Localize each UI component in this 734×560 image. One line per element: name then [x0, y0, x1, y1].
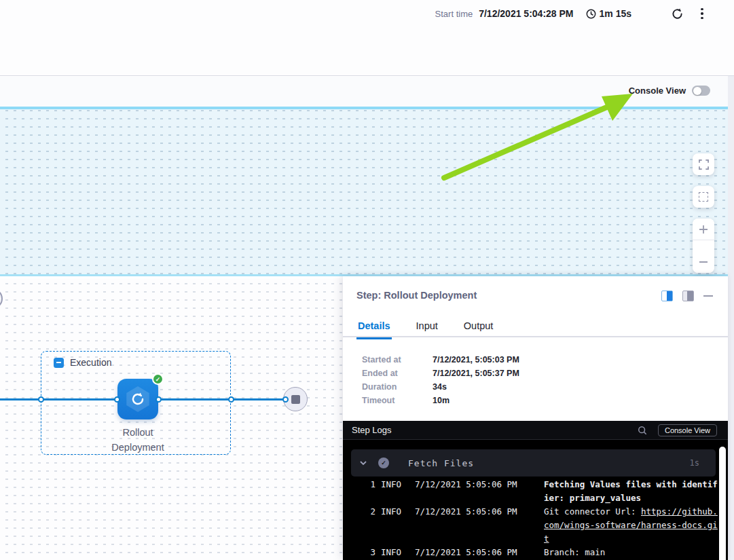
- collapse-group-button[interactable]: [54, 358, 64, 368]
- tab-output[interactable]: Output: [462, 314, 495, 337]
- log-row: 1 INFO 7/12/2021 5:05:06 PM Fetching Val…: [343, 478, 718, 505]
- step-details-panel: Step: Rollout Deployment Details Input O…: [343, 276, 728, 560]
- log-group-success-icon: ✓: [378, 458, 389, 468]
- log-message: Branch: main: [544, 546, 722, 559]
- rollout-deployment-node[interactable]: ✓: [117, 379, 158, 419]
- execution-graph-canvas[interactable]: [0, 278, 343, 560]
- toggle-knob: [693, 87, 701, 95]
- clock-icon: [586, 9, 596, 19]
- step-logs-area: ✓ Fetch Files 1s 1 INFO 7/12/2021 5:05:0…: [343, 440, 728, 560]
- console-view-toggle[interactable]: [692, 86, 710, 96]
- kebab-icon: [701, 8, 703, 11]
- step-details-list: Started at 7/12/2021, 5:05:03 PM Ended a…: [362, 353, 519, 407]
- stage-divider-line: [0, 107, 728, 109]
- refresh-icon: [671, 7, 684, 20]
- chevron-down-icon: [359, 459, 367, 467]
- log-scrollbar-thumb[interactable]: [719, 447, 726, 560]
- step-logs-title: Step Logs: [352, 425, 392, 435]
- logs-console-view-button[interactable]: Console View: [658, 424, 717, 436]
- detail-row: Ended at 7/12/2021, 5:05:37 PM: [362, 367, 519, 380]
- minus-icon: [698, 257, 709, 267]
- log-group-duration: 1s: [690, 458, 699, 468]
- tab-input[interactable]: Input: [415, 314, 439, 337]
- split-view-bottom-icon[interactable]: [682, 291, 694, 301]
- elapsed-duration: 1m 15s: [600, 8, 631, 19]
- refresh-button[interactable]: [671, 7, 684, 20]
- view-toolbar: Console View: [0, 77, 728, 107]
- search-icon[interactable]: [638, 426, 647, 435]
- detail-row: Started at 7/12/2021, 5:05:03 PM: [362, 353, 519, 367]
- execution-header-bar: Start time 7/12/2021 5:04:28 PM 1m 15s: [0, 0, 734, 76]
- tab-underline: [343, 336, 728, 338]
- stop-node[interactable]: [283, 387, 308, 411]
- fit-selection-button[interactable]: [693, 186, 714, 208]
- pipeline-execution-page: Start time 7/12/2021 5:04:28 PM 1m 15s C…: [0, 0, 734, 560]
- minus-icon: [56, 362, 61, 363]
- zoom-in-button[interactable]: [693, 219, 714, 240]
- start-time-label: Start time: [435, 9, 473, 19]
- step-logs-bar: Step Logs Console View: [343, 421, 728, 440]
- marquee-icon: [699, 192, 708, 202]
- detail-row: Duration 34s: [362, 380, 519, 394]
- log-message: Fetching Values files with identifier: p…: [544, 478, 722, 505]
- log-group-name: Fetch Files: [408, 458, 474, 468]
- stop-square-icon: [291, 395, 300, 404]
- log-row: 3 INFO 7/12/2021 5:05:06 PM Branch: main: [343, 546, 718, 559]
- log-group-header[interactable]: ✓ Fetch Files 1s: [351, 449, 716, 477]
- log-row: 2 INFO 7/12/2021 5:05:06 PM Git connecto…: [343, 505, 718, 546]
- tab-details[interactable]: Details: [356, 314, 392, 337]
- split-view-right-icon[interactable]: [661, 291, 673, 301]
- start-time-value: 7/12/2021 5:04:28 PM: [479, 8, 573, 19]
- rollout-icon: [129, 390, 147, 408]
- fullscreen-icon: [699, 160, 709, 170]
- log-message: Git connector Url: https://github.com/wi…: [544, 505, 722, 546]
- success-badge-icon: ✓: [152, 373, 164, 385]
- minimize-panel-button[interactable]: [703, 295, 713, 297]
- fullscreen-button[interactable]: [693, 153, 714, 175]
- panel-tabs: Details Input Output: [343, 314, 728, 337]
- page-scrollbar-track[interactable]: [728, 76, 734, 560]
- detail-row: Timeout 10m: [362, 394, 519, 407]
- console-view-label: Console View: [629, 86, 686, 96]
- more-options-button[interactable]: [696, 7, 708, 20]
- stage-graph-canvas[interactable]: [0, 109, 728, 276]
- zoom-out-button[interactable]: [693, 251, 714, 273]
- log-lines: 1 INFO 7/12/2021 5:05:06 PM Fetching Val…: [343, 478, 718, 559]
- plus-icon: [698, 224, 709, 235]
- panel-title: Step: Rollout Deployment: [356, 290, 477, 301]
